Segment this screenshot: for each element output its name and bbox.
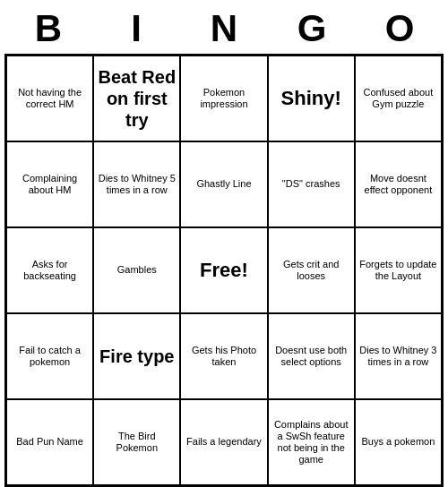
cell-3-3: Doesnt use both select options [268,313,355,399]
cell-2-4: Forgets to update the Layout [355,227,442,313]
title-letter: I [100,7,172,50]
cell-4-2: Fails a legendary [180,399,267,485]
cell-4-4: Buys a pokemon [355,399,442,485]
cell-3-0: Fail to catch a pokemon [6,313,93,399]
cell-1-3: "DS" crashes [268,141,355,227]
title-letter: G [276,7,348,50]
title-letter: O [364,7,435,50]
cell-4-3: Complains about a SwSh feature not being… [268,399,355,485]
cell-1-0: Complaining about HM [6,141,93,227]
cell-2-2: Free! [180,227,267,313]
bingo-title: BINGO [4,0,444,54]
bingo-grid: Not having the correct HMBeat Red on fir… [4,54,444,487]
cell-2-3: Gets crit and looses [268,227,355,313]
cell-1-4: Move doesnt effect opponent [355,141,442,227]
cell-1-2: Ghastly Line [180,141,267,227]
cell-2-1: Gambles [93,227,180,313]
cell-4-1: The Bird Pokemon [93,399,180,485]
title-letter: N [188,7,260,50]
cell-0-2: Pokemon impression [180,56,267,141]
cell-1-1: Dies to Whitney 5 times in a row [93,141,180,227]
cell-0-3: Shiny! [268,56,355,141]
cell-2-0: Asks for backseating [6,227,93,313]
cell-0-4: Confused about Gym puzzle [355,56,442,141]
cell-4-0: Bad Pun Name [6,399,93,485]
cell-3-2: Gets his Photo taken [180,313,267,399]
cell-0-0: Not having the correct HM [6,56,93,141]
title-letter: B [13,7,84,50]
cell-0-1: Beat Red on first try [93,56,180,141]
cell-3-4: Dies to Whitney 3 times in a row [355,313,442,399]
cell-3-1: Fire type [93,313,180,399]
